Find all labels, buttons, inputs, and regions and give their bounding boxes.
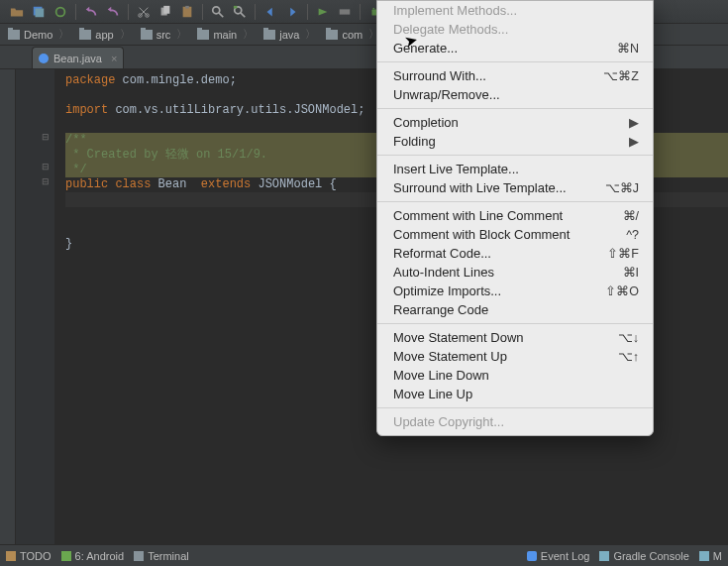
fold-toggle-icon[interactable]: ⊟ bbox=[42, 176, 50, 186]
menu-item-label: Comment with Line Comment bbox=[393, 208, 563, 223]
svg-rect-1 bbox=[36, 8, 45, 17]
tab-label: Bean.java bbox=[53, 53, 102, 64]
svg-point-8 bbox=[213, 6, 220, 13]
fold-toggle-icon[interactable]: ⊟ bbox=[42, 132, 50, 142]
status-terminal[interactable]: Terminal bbox=[134, 550, 189, 562]
folder-icon bbox=[326, 30, 338, 40]
menu-separator bbox=[377, 407, 653, 408]
svg-point-15 bbox=[372, 7, 374, 9]
breadcrumb-item[interactable]: java〉 bbox=[260, 27, 322, 42]
folder-icon bbox=[79, 30, 91, 40]
forward-icon[interactable] bbox=[281, 1, 303, 23]
paste-icon[interactable] bbox=[176, 1, 198, 23]
toolbar-separator bbox=[360, 4, 361, 20]
menu-item[interactable]: Surround with Live Template...⌥⌘J bbox=[377, 178, 653, 197]
menu-item[interactable]: Rearrange Code bbox=[377, 300, 653, 319]
menu-item[interactable]: Comment with Line Comment⌘/ bbox=[377, 206, 653, 225]
code-keyword: public class bbox=[65, 177, 151, 191]
menu-separator bbox=[377, 61, 653, 62]
svg-line-9 bbox=[219, 12, 223, 16]
menu-item[interactable]: Move Line Up bbox=[377, 385, 653, 403]
status-todo[interactable]: TODO bbox=[6, 550, 52, 562]
svg-line-11 bbox=[241, 12, 245, 16]
menu-item[interactable]: Folding▶ bbox=[377, 132, 653, 151]
menu-item-shortcut: ⌥⌘Z bbox=[603, 68, 639, 83]
menu-item[interactable]: Move Statement Up⌥↑ bbox=[377, 347, 653, 366]
open-icon[interactable] bbox=[6, 1, 28, 23]
breadcrumb-item[interactable]: app〉 bbox=[75, 27, 136, 42]
breadcrumb-label: app bbox=[95, 29, 113, 41]
java-class-icon bbox=[39, 54, 49, 63]
svg-rect-13 bbox=[340, 9, 351, 14]
menu-separator bbox=[377, 201, 653, 202]
menu-item-shortcut: ^? bbox=[626, 228, 639, 242]
back-icon[interactable] bbox=[260, 1, 281, 23]
breadcrumb-label: java bbox=[279, 29, 299, 41]
toolbar-separator bbox=[202, 4, 203, 20]
menu-item-label: Auto-Indent Lines bbox=[393, 265, 494, 280]
left-tool-rail[interactable] bbox=[0, 69, 16, 544]
menu-item-shortcut: ⌥↑ bbox=[618, 349, 639, 364]
menu-item[interactable]: Insert Live Template... bbox=[377, 160, 653, 178]
find-icon[interactable] bbox=[207, 1, 229, 23]
menu-item-label: Move Statement Up bbox=[393, 349, 507, 364]
status-android[interactable]: 6: Android bbox=[61, 550, 125, 562]
gradle-icon bbox=[599, 551, 609, 561]
menu-item[interactable]: Surround With...⌥⌘Z bbox=[377, 66, 653, 85]
menu-item-label: Generate... bbox=[393, 41, 458, 56]
menu-item-shortcut: ⌘N bbox=[617, 41, 639, 56]
context-menu: Implement Methods...Delegate Methods...G… bbox=[376, 0, 654, 436]
menu-item[interactable]: Optimize Imports...⇧⌘O bbox=[377, 282, 653, 300]
menu-item-label: Surround With... bbox=[393, 68, 486, 83]
menu-item[interactable]: Completion▶ bbox=[377, 113, 653, 132]
menu-item-shortcut: ⌘/ bbox=[623, 208, 639, 223]
status-more[interactable]: M bbox=[699, 550, 722, 562]
status-label: Event Log bbox=[541, 550, 590, 562]
breadcrumb-item[interactable]: src〉 bbox=[137, 27, 194, 42]
menu-item-label: Unwrap/Remove... bbox=[393, 87, 500, 102]
menu-item-shortcut: ⇧⌘F bbox=[607, 246, 639, 261]
breadcrumb-label: main bbox=[213, 29, 237, 41]
menu-item-label: Completion bbox=[393, 115, 459, 130]
menu-item: Delegate Methods... bbox=[377, 20, 653, 39]
make-icon[interactable] bbox=[312, 1, 334, 23]
submenu-arrow-icon: ▶ bbox=[629, 134, 639, 149]
status-gradle[interactable]: Gradle Console bbox=[599, 550, 688, 562]
status-eventlog[interactable]: Event Log bbox=[527, 550, 590, 562]
editor-gutter[interactable]: ⊟ ⊟ ⊟ bbox=[16, 69, 55, 544]
menu-item[interactable]: Auto-Indent Lines⌘I bbox=[377, 263, 653, 282]
todo-icon bbox=[6, 551, 16, 561]
menu-item-label: Move Line Up bbox=[393, 387, 472, 401]
menu-separator bbox=[377, 108, 653, 109]
copy-icon[interactable] bbox=[155, 1, 176, 23]
menu-item-label: Optimize Imports... bbox=[393, 283, 501, 298]
cut-icon[interactable] bbox=[133, 1, 155, 23]
undo-icon[interactable] bbox=[80, 1, 102, 23]
terminal-icon bbox=[134, 551, 144, 561]
editor-tab[interactable]: Bean.java × bbox=[32, 47, 124, 68]
close-icon[interactable]: × bbox=[111, 53, 117, 64]
sync-icon[interactable] bbox=[50, 1, 71, 23]
redo-icon[interactable] bbox=[102, 1, 124, 23]
svg-rect-5 bbox=[163, 5, 169, 13]
build-config-icon[interactable] bbox=[334, 1, 356, 23]
breadcrumb-item[interactable]: main〉 bbox=[193, 27, 260, 42]
status-label: TODO bbox=[20, 550, 52, 562]
menu-item[interactable]: Move Statement Down⌥↓ bbox=[377, 328, 653, 347]
replace-icon[interactable] bbox=[229, 1, 251, 23]
menu-item[interactable]: Unwrap/Remove... bbox=[377, 85, 653, 104]
folder-icon bbox=[197, 30, 209, 40]
menu-item-label: Comment with Block Comment bbox=[393, 227, 570, 242]
breadcrumb-item[interactable]: Demo〉 bbox=[4, 27, 75, 42]
status-label: 6: Android bbox=[75, 550, 125, 562]
code-doc: */ bbox=[65, 163, 87, 176]
menu-item[interactable]: Comment with Block Comment^? bbox=[377, 225, 653, 244]
menu-item-label: Insert Live Template... bbox=[393, 162, 519, 176]
menu-item[interactable]: Move Line Down bbox=[377, 366, 653, 385]
save-all-icon[interactable] bbox=[28, 1, 50, 23]
menu-item-label: Rearrange Code bbox=[393, 302, 488, 317]
menu-item[interactable]: Reformat Code...⇧⌘F bbox=[377, 244, 653, 263]
fold-toggle-icon[interactable]: ⊟ bbox=[42, 162, 50, 171]
status-label: M bbox=[713, 550, 722, 562]
code-keyword: extends bbox=[201, 177, 251, 191]
